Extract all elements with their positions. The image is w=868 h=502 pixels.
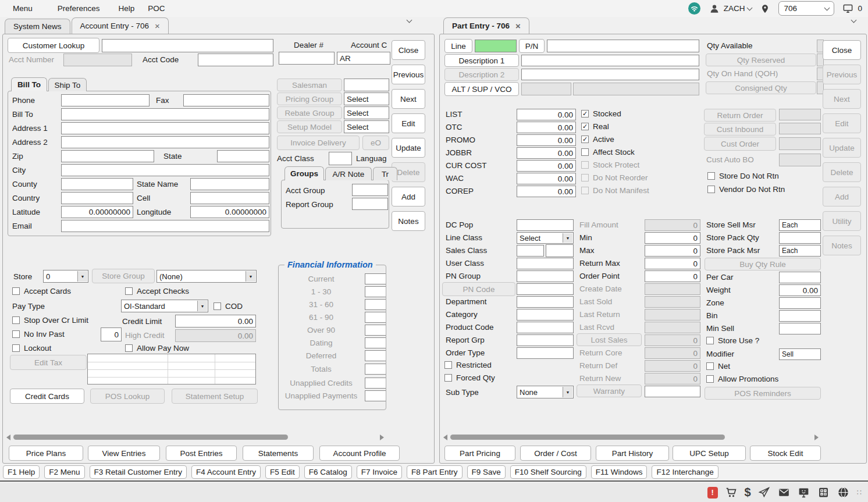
promo-price-field[interactable]: 0.00 — [517, 134, 576, 146]
credit-cards-button[interactable]: Credit Cards — [10, 389, 84, 404]
cur-cost-field[interactable]: 0.00 — [517, 160, 576, 172]
pn-field[interactable] — [547, 40, 699, 52]
report-grp-field[interactable] — [517, 334, 574, 346]
part-pricing-button[interactable]: Part Pricing — [444, 446, 515, 461]
customer-lookup-input[interactable] — [102, 39, 273, 52]
tab-part-entry[interactable]: Part Entry - 706 — [443, 17, 529, 34]
sales-class-field-1[interactable] — [517, 245, 544, 257]
upc-setup-button[interactable]: UPC Setup — [673, 446, 746, 461]
pn-code-field[interactable] — [517, 283, 574, 295]
pn-button[interactable]: P/N — [519, 39, 545, 53]
store-group-dropdown[interactable]: (None) — [156, 270, 257, 283]
mail-icon[interactable] — [778, 486, 791, 499]
workstation-icon[interactable] — [798, 486, 810, 499]
county-field[interactable] — [61, 178, 133, 190]
next-button[interactable]: Next — [392, 89, 425, 109]
accept-checks-checkbox[interactable]: Accept Checks — [125, 287, 189, 295]
category-field[interactable] — [517, 309, 574, 321]
checkbox-box[interactable] — [12, 287, 20, 295]
city-field[interactable] — [61, 164, 269, 176]
description-1-field[interactable] — [521, 55, 699, 66]
statements-button[interactable]: Statements — [243, 446, 314, 461]
tab-groups[interactable]: Groups — [284, 166, 324, 180]
rebate-group-select[interactable]: Select — [344, 106, 389, 119]
report-group-field[interactable] — [352, 198, 388, 210]
stocked-checkbox[interactable]: Stocked — [581, 109, 621, 118]
tab-ship-to[interactable]: Ship To — [48, 78, 87, 91]
store-dropdown[interactable]: 0 — [43, 270, 88, 283]
weight-field[interactable]: 0.00 — [779, 284, 821, 296]
min-sell-field[interactable] — [779, 323, 821, 334]
line-field[interactable] — [475, 40, 517, 52]
fkey-f6-catalog[interactable]: F6 Catalog — [304, 465, 352, 479]
stop-over-cr-limit-checkbox[interactable]: Stop Over Cr Limit — [12, 316, 88, 325]
hscroll-left-arrow[interactable] — [6, 435, 10, 440]
state-name-field[interactable] — [190, 178, 269, 190]
notes-button[interactable]: Notes — [392, 211, 425, 231]
vendor-do-not-rtn-checkbox[interactable]: Vendor Do Not Rtn — [707, 185, 785, 194]
setup-model-select[interactable]: Select — [344, 120, 389, 133]
previous-button[interactable]: Previous — [392, 65, 425, 84]
hscroll-right-arrow[interactable] — [380, 435, 384, 440]
order-point-field[interactable]: 0 — [645, 270, 700, 282]
tax-table[interactable] — [87, 354, 256, 384]
dropdown-arrow-icon[interactable] — [563, 387, 572, 397]
fax-field[interactable] — [183, 94, 269, 106]
cart-icon[interactable] — [725, 486, 738, 499]
fkey-f7-invoice[interactable]: F7 Invoice — [357, 465, 402, 479]
fkey-f4-account-entry[interactable]: F4 Account Entry — [191, 465, 261, 479]
phone-field[interactable] — [61, 94, 150, 106]
no-inv-past-checkbox[interactable]: No Inv Past — [12, 330, 65, 339]
part-history-button[interactable]: Part History — [596, 446, 669, 461]
store-selector[interactable]: 706 — [778, 1, 834, 16]
dropdown-arrow-icon[interactable] — [77, 271, 87, 282]
dropdown-arrow-icon[interactable] — [246, 271, 255, 282]
country-field[interactable] — [61, 192, 133, 204]
customer-lookup-button[interactable]: Customer Lookup — [8, 38, 99, 53]
checkbox-box[interactable] — [707, 172, 715, 180]
hscroll-right-arrow[interactable] — [814, 435, 819, 440]
sales-class-field-2[interactable] — [546, 244, 574, 257]
wac-field[interactable]: 0.00 — [517, 173, 576, 184]
per-car-field[interactable] — [779, 272, 821, 283]
otc-price-field[interactable]: 0.00 — [517, 122, 576, 133]
fkey-f10-shelf-sourcing[interactable]: F10 Shelf Sourcing — [510, 465, 586, 479]
tab-ar-note[interactable]: A/R Note — [325, 167, 372, 180]
stock-edit-button[interactable]: Stock Edit — [750, 446, 821, 461]
line-class-dropdown[interactable]: Select — [517, 232, 574, 244]
user-class-field[interactable] — [517, 258, 574, 269]
checkbox-box[interactable] — [581, 123, 589, 130]
cell-field[interactable] — [190, 192, 269, 204]
edit-button[interactable]: Edit — [392, 113, 425, 133]
forced-qty-checkbox[interactable]: Forced Qty — [444, 373, 495, 382]
store-use-checkbox[interactable]: Store Use ? — [706, 336, 759, 345]
dc-pop-field[interactable] — [517, 219, 574, 231]
tab-transfer[interactable]: Tr — [373, 167, 397, 180]
checkbox-box[interactable] — [125, 287, 133, 295]
latitude-field[interactable]: 0.00000000 — [61, 206, 133, 218]
allow-pay-now-checkbox[interactable]: Allow Pay Now — [125, 344, 189, 353]
line-button[interactable]: Line — [444, 39, 472, 53]
list-price-field[interactable]: 0.00 — [517, 109, 576, 120]
fkey-f2-menu[interactable]: F2 Menu — [44, 465, 84, 479]
menu-item-help[interactable]: Help — [119, 4, 135, 13]
tab-overflow-chevron-icon[interactable] — [851, 17, 857, 23]
dropdown-arrow-icon[interactable] — [563, 233, 572, 243]
store-sell-msr-field[interactable]: Each — [779, 219, 821, 231]
checkbox-box[interactable] — [706, 362, 714, 370]
close-button[interactable]: Close — [392, 40, 425, 60]
checkbox-box[interactable] — [444, 361, 452, 369]
checkbox-box[interactable] — [581, 136, 589, 143]
tab-bill-to[interactable]: Bill To — [11, 77, 47, 91]
bill-to-field[interactable] — [61, 108, 269, 120]
fkey-f5-edit[interactable]: F5 Edit — [265, 465, 300, 479]
store-do-not-rtn-checkbox[interactable]: Store Do Not Rtn — [707, 172, 779, 180]
dollar-icon[interactable] — [745, 486, 751, 499]
acct-group-field[interactable] — [352, 184, 388, 196]
checkbox-box[interactable] — [12, 316, 20, 324]
hscroll-left-arrow[interactable] — [443, 435, 447, 440]
close-button[interactable]: Close — [823, 40, 861, 60]
checkbox-box[interactable] — [707, 186, 715, 193]
restricted-checkbox[interactable]: Restricted — [444, 361, 492, 369]
accept-cards-checkbox[interactable]: Accept Cards — [12, 287, 71, 295]
